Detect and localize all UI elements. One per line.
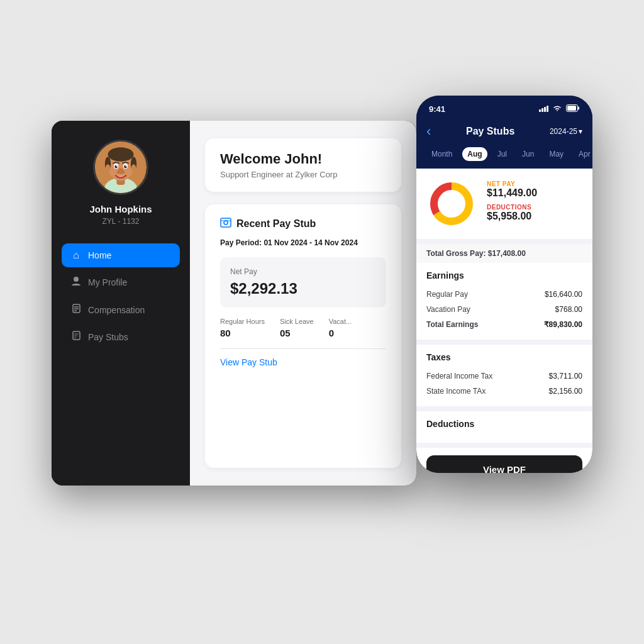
sidebar-item-profile[interactable]: My Profile bbox=[62, 270, 180, 295]
chart-legend: NET PAY $11,449.00 DEDUCTIONS $5,958.00 bbox=[487, 180, 582, 227]
svg-point-9 bbox=[114, 165, 118, 169]
regular-pay-label: Regular Pay bbox=[426, 290, 468, 299]
svg-point-11 bbox=[116, 165, 118, 167]
regular-hours-label: Regular Hours bbox=[220, 318, 265, 325]
profile-icon bbox=[70, 276, 82, 289]
vacation-value: 0 bbox=[329, 328, 352, 338]
main-content: Welcome John! Support Engineer at Zylker… bbox=[190, 121, 416, 486]
state-tax-label: State Income TAx bbox=[426, 387, 486, 396]
chart-section: NET PAY $11,449.00 DEDUCTIONS $5,958.00 bbox=[416, 169, 592, 239]
view-pdf-button[interactable]: View PDF bbox=[426, 455, 582, 473]
federal-tax-label: Federal Income Tax bbox=[426, 372, 492, 380]
total-earnings-row: Total Earnings ₹89,830.00 bbox=[426, 317, 582, 332]
earnings-section: Earnings Regular Pay $16,640.00 Vacation… bbox=[416, 263, 592, 340]
federal-tax-row: Federal Income Tax $3,711.00 bbox=[426, 369, 582, 384]
deductions-legend: DEDUCTIONS $5,958.00 bbox=[487, 204, 582, 222]
desktop-card: John Hopkins ZYL - 1132 ⌂ Home My Profil… bbox=[52, 121, 416, 486]
paystubs-icon bbox=[70, 331, 82, 343]
regular-hours-value: 80 bbox=[220, 328, 265, 338]
battery-icon bbox=[566, 103, 580, 114]
tab-month[interactable]: Month bbox=[426, 147, 457, 161]
svg-rect-28 bbox=[578, 107, 579, 110]
sidebar-item-home[interactable]: ⌂ Home bbox=[62, 243, 180, 267]
regular-pay-row: Regular Pay $16,640.00 bbox=[426, 287, 582, 302]
sidebar-item-paystubs[interactable]: Pay Stubs bbox=[62, 325, 180, 349]
nav-compensation-label: Compensation bbox=[88, 305, 145, 315]
vacation-pay-row: Vacation Pay $768.00 bbox=[426, 302, 582, 317]
tab-jun[interactable]: Jun bbox=[517, 147, 539, 161]
svg-point-10 bbox=[124, 165, 127, 169]
view-pay-stub-link[interactable]: View Pay Stub bbox=[220, 357, 277, 367]
sidebar: John Hopkins ZYL - 1132 ⌂ Home My Profil… bbox=[52, 121, 190, 486]
pay-stub-title: Recent Pay Stub bbox=[236, 218, 316, 230]
net-pay-legend: NET PAY $11,449.00 bbox=[487, 180, 582, 199]
tab-apr[interactable]: Apr bbox=[574, 147, 592, 161]
sick-leave-value: 05 bbox=[280, 328, 314, 338]
vacation-pay-label: Vacation Pay bbox=[426, 305, 470, 314]
year-selector[interactable]: 2024-25 ▾ bbox=[550, 127, 582, 136]
state-tax-row: State Income TAx $2,156.00 bbox=[426, 384, 582, 399]
nav-profile-label: My Profile bbox=[88, 277, 127, 287]
signal-bars bbox=[539, 106, 548, 112]
tab-jul[interactable]: Jul bbox=[492, 147, 512, 161]
status-time: 9:41 bbox=[429, 104, 445, 114]
regular-pay-value: $16,640.00 bbox=[545, 290, 582, 299]
chevron-down-icon: ▾ bbox=[579, 127, 582, 136]
user-name: John Hopkins bbox=[89, 204, 152, 214]
tab-aug[interactable]: Aug bbox=[462, 147, 487, 161]
deductions-legend-amount: $5,958.00 bbox=[487, 211, 582, 222]
taxes-section: Taxes Federal Income Tax $3,711.00 State… bbox=[416, 345, 592, 406]
pay-stub-header: Recent Pay Stub bbox=[220, 217, 386, 231]
federal-tax-value: $3,711.00 bbox=[549, 372, 582, 380]
mobile-phone: 9:41 bbox=[416, 96, 592, 473]
phone-body: NET PAY $11,449.00 DEDUCTIONS $5,958.00 … bbox=[416, 169, 592, 473]
svg-point-25 bbox=[224, 221, 228, 225]
svg-point-12 bbox=[125, 165, 126, 167]
status-icons bbox=[539, 103, 580, 114]
earnings-heading: Earnings bbox=[426, 270, 582, 280]
phone-status-bar: 9:41 bbox=[416, 96, 592, 118]
net-pay-label: Net Pay bbox=[230, 267, 376, 276]
svg-point-14 bbox=[131, 164, 136, 171]
pay-stub-icon bbox=[220, 217, 231, 231]
net-pay-section: Net Pay $2,292.13 bbox=[220, 257, 386, 308]
phone-title: Pay Stubs bbox=[466, 126, 514, 137]
sidebar-item-compensation[interactable]: Compensation bbox=[62, 297, 180, 322]
gross-pay-text: Total Gross Pay: $17,408.00 bbox=[426, 249, 526, 258]
svg-rect-24 bbox=[221, 218, 231, 227]
sick-leave-label: Sick Leave bbox=[280, 318, 314, 325]
svg-point-32 bbox=[439, 191, 464, 216]
nav-menu: ⌂ Home My Profile bbox=[62, 243, 180, 349]
pay-period: Pay Period: 01 Nov 2024 - 14 Nov 2024 bbox=[220, 238, 386, 247]
net-pay-amount: $2,292.13 bbox=[230, 280, 376, 297]
welcome-card: Welcome John! Support Engineer at Zylker… bbox=[205, 138, 401, 192]
tab-may[interactable]: May bbox=[544, 147, 569, 161]
gross-pay-row: Total Gross Pay: $17,408.00 bbox=[416, 244, 592, 263]
donut-chart bbox=[426, 179, 477, 229]
home-icon: ⌂ bbox=[70, 250, 82, 261]
back-button[interactable]: ‹ bbox=[426, 123, 431, 140]
user-id: ZYL - 1132 bbox=[103, 217, 140, 226]
gross-pay-amount: $17,408.00 bbox=[488, 249, 526, 258]
nav-home-label: Home bbox=[88, 250, 111, 260]
sick-leave: Sick Leave 05 bbox=[280, 318, 314, 338]
hours-section: Regular Hours 80 Sick Leave 05 Vacat... … bbox=[220, 318, 386, 338]
regular-hours: Regular Hours 80 bbox=[220, 318, 265, 338]
pay-period-dates: 01 Nov 2024 - 14 Nov 2024 bbox=[264, 238, 357, 247]
scene: John Hopkins ZYL - 1132 ⌂ Home My Profil… bbox=[52, 96, 592, 548]
taxes-heading: Taxes bbox=[426, 352, 582, 362]
phone-footer: View PDF bbox=[416, 448, 592, 473]
deductions-legend-label: DEDUCTIONS bbox=[487, 204, 582, 211]
svg-point-15 bbox=[74, 277, 79, 282]
total-earnings-label: Total Earnings bbox=[426, 320, 478, 329]
svg-rect-29 bbox=[567, 106, 576, 111]
svg-point-4 bbox=[108, 147, 134, 161]
phone-tabs: Month Aug Jul Jun May Apr bbox=[416, 147, 592, 169]
vacation: Vacat... 0 bbox=[329, 318, 352, 338]
compensation-icon bbox=[70, 304, 82, 316]
vacation-pay-value: $768.00 bbox=[555, 305, 582, 314]
divider bbox=[220, 348, 386, 349]
total-earnings-value: ₹89,830.00 bbox=[544, 320, 582, 329]
net-pay-legend-label: NET PAY bbox=[487, 180, 582, 187]
phone-header: ‹ Pay Stubs 2024-25 ▾ bbox=[416, 118, 592, 147]
